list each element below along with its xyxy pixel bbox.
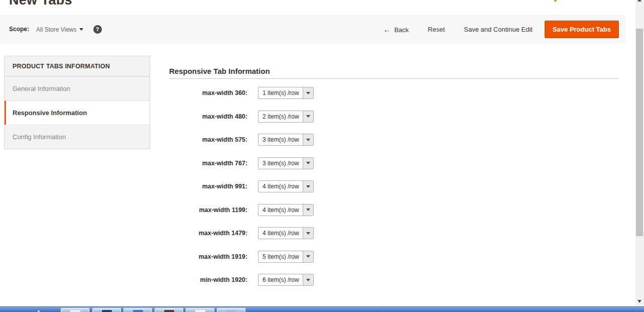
select-value: 1 item(s) /row <box>259 87 303 98</box>
save-product-tabs-button[interactable]: Save Product Tabs <box>545 21 619 38</box>
field-label: max-width 360: <box>169 89 247 96</box>
field-label: max-width 480: <box>169 113 247 120</box>
field-row-max-width-1199: max-width 1199: 4 item(s) /row <box>169 204 314 216</box>
scroll-up-arrow-icon[interactable] <box>637 0 641 2</box>
items-per-row-select-991[interactable]: 4 item(s) /row <box>258 180 314 192</box>
select-value: 2 item(s) /row <box>259 111 303 122</box>
field-row-min-width-1920: min-width 1920: 6 item(s) /row <box>169 274 314 286</box>
back-arrow-icon: ← <box>383 25 391 34</box>
items-per-row-select-767[interactable]: 3 item(s) /row <box>258 157 314 169</box>
toolbar-actions: ←Back Reset Save and Continue Edit Save … <box>364 21 619 38</box>
chevron-down-icon[interactable] <box>303 251 313 262</box>
taskbar-button[interactable] <box>61 308 89 312</box>
select-value: 3 item(s) /row <box>259 134 303 145</box>
items-per-row-select-1479[interactable]: 4 item(s) /row <box>258 227 314 239</box>
chevron-down-icon[interactable] <box>303 87 313 98</box>
items-per-row-select-1919[interactable]: 5 item(s) /row <box>258 251 314 263</box>
sidebar-item-general-information[interactable]: General Information <box>5 76 150 100</box>
vertical-scrollbar[interactable] <box>635 0 644 306</box>
scope-group: Scope: All Store Views ? <box>9 25 102 34</box>
field-label: max-width 575: <box>169 136 247 143</box>
os-taskbar-cropped <box>0 306 644 312</box>
select-value: 3 item(s) /row <box>259 158 303 169</box>
select-value: 4 item(s) /row <box>259 204 303 216</box>
field-row-max-width-480: max-width 480: 2 item(s) /row <box>169 111 314 123</box>
taskbar-button[interactable] <box>186 308 214 312</box>
items-per-row-select-1199[interactable]: 4 item(s) /row <box>258 204 314 216</box>
back-button[interactable]: ←Back <box>383 25 409 34</box>
scope-switcher[interactable]: All Store Views <box>34 25 83 34</box>
responsive-fields-form: max-width 360: 1 item(s) /row max-width … <box>169 87 314 297</box>
items-per-row-select-480[interactable]: 2 item(s) /row <box>258 111 314 123</box>
taskbar-button[interactable] <box>123 308 152 312</box>
taskbar-button[interactable] <box>217 308 245 312</box>
chevron-down-icon[interactable] <box>303 228 313 239</box>
help-icon[interactable]: ? <box>93 25 102 34</box>
field-label: max-width 991: <box>169 183 247 190</box>
select-value: 4 item(s) /row <box>259 181 303 192</box>
taskbar-button[interactable] <box>92 308 121 312</box>
field-label: max-width 767: <box>169 160 247 167</box>
product-tabs-information-nav: PRODUCT TABS INFORMATION General Informa… <box>4 56 150 149</box>
chevron-down-icon[interactable] <box>303 274 313 285</box>
chevron-down-icon[interactable] <box>303 204 313 216</box>
scope-value[interactable]: All Store Views <box>36 26 76 33</box>
page-actions-toolbar: Scope: All Store Views ? ←Back Reset Sav… <box>0 15 625 44</box>
sidebar-header: PRODUCT TABS INFORMATION <box>5 56 150 76</box>
field-row-max-width-767: max-width 767: 3 item(s) /row <box>169 157 314 169</box>
select-value: 6 item(s) /row <box>259 274 303 285</box>
save-and-continue-button[interactable]: Save and Continue Edit <box>464 26 533 33</box>
items-per-row-select-575[interactable]: 3 item(s) /row <box>258 134 314 146</box>
select-value: 4 item(s) /row <box>259 228 303 239</box>
sidebar-item-responsive-information[interactable]: Responsive Information <box>5 100 150 125</box>
field-row-max-width-360: max-width 360: 1 item(s) /row <box>169 87 314 99</box>
field-row-max-width-1479: max-width 1479: 4 item(s) /row <box>169 227 314 239</box>
items-per-row-select-360[interactable]: 1 item(s) /row <box>258 87 314 99</box>
taskbar-button[interactable] <box>155 308 183 312</box>
cropped-notification-icon <box>554 0 557 2</box>
sidebar-item-config-information[interactable]: Config Information <box>5 125 150 149</box>
field-row-max-width-1919: max-width 1919: 5 item(s) /row <box>169 251 314 263</box>
reset-button[interactable]: Reset <box>428 26 445 33</box>
items-per-row-select-1920[interactable]: 6 item(s) /row <box>258 274 314 286</box>
field-label: max-width 1919: <box>169 253 247 260</box>
field-label: min-width 1920: <box>169 276 247 283</box>
scrollbar-thumb[interactable] <box>636 29 643 236</box>
chevron-down-icon <box>79 28 83 31</box>
chevron-down-icon[interactable] <box>303 181 313 192</box>
chevron-down-icon[interactable] <box>303 134 313 145</box>
section-title: Responsive Tab Information <box>169 67 270 75</box>
section-divider <box>169 78 618 79</box>
scroll-down-arrow-icon[interactable] <box>637 300 641 303</box>
field-label: max-width 1479: <box>169 230 247 237</box>
chevron-down-icon[interactable] <box>303 158 313 169</box>
field-label: max-width 1199: <box>169 206 247 214</box>
chevron-down-icon[interactable] <box>303 111 313 122</box>
field-row-max-width-575: max-width 575: 3 item(s) /row <box>169 134 314 146</box>
select-value: 5 item(s) /row <box>259 251 303 262</box>
scope-label: Scope: <box>9 26 29 33</box>
field-row-max-width-991: max-width 991: 4 item(s) /row <box>169 180 314 192</box>
page-title: New Tabs <box>9 0 72 7</box>
